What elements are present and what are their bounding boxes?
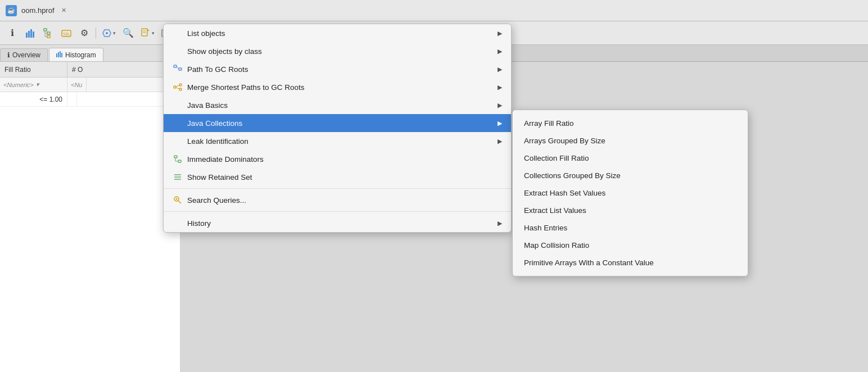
info-button[interactable]: ℹ <box>4 25 20 41</box>
left-panel: ℹ Overview Histogram Fill Ratio # O <Num… <box>0 45 180 372</box>
actions-arrow-icon: ▾ <box>113 30 116 36</box>
immediate-dom-icon <box>173 154 183 164</box>
svg-rect-27 <box>174 65 177 67</box>
svg-point-14 <box>106 32 108 34</box>
menu-item-java-basics[interactable]: Java Basics ▶ <box>164 96 511 114</box>
path-gc-icon <box>173 64 183 74</box>
svg-rect-35 <box>174 156 177 158</box>
table-header: Fill Ratio # O <box>0 62 180 78</box>
create-report-dropdown[interactable]: ▾ <box>138 27 157 39</box>
menu-item-merge-paths[interactable]: Merge Shortest Paths to GC Roots ▶ <box>164 78 511 96</box>
show-objects-icon <box>173 46 183 56</box>
submenu-array-fill-ratio[interactable]: Array Fill Ratio <box>513 115 748 132</box>
submenu-map-collision-ratio[interactable]: Map Collision Ratio <box>513 237 748 254</box>
retained-set-icon <box>173 172 183 182</box>
data-num-objects <box>67 92 77 106</box>
menu-item-history[interactable]: History ▶ <box>164 214 511 232</box>
inspector-button[interactable]: ⚙ <box>76 25 92 41</box>
create-report-arrow-icon: ▾ <box>152 30 155 36</box>
histogram-button[interactable] <box>22 25 38 41</box>
menu-item-show-retained-set[interactable]: Show Retained Set <box>164 168 511 186</box>
menu-separator-2 <box>164 211 511 212</box>
tab-label: oom.hprof <box>21 6 55 15</box>
search-button[interactable]: 🔍 <box>120 25 136 41</box>
menu-history-label: History <box>187 219 211 228</box>
main-menu[interactable]: List objects ▶ Show objects by class ▶ P… <box>163 24 512 233</box>
tab-close-icon[interactable]: ✕ <box>61 7 66 14</box>
menu-list-objects-label: List objects <box>187 29 225 38</box>
submenu-collections-grouped-by-size[interactable]: Collections Grouped By Size <box>513 167 748 184</box>
submenu-primitive-arrays[interactable]: Primitive Arrays With a Constant Value <box>513 254 748 271</box>
leak-id-icon <box>173 136 183 146</box>
svg-rect-36 <box>178 160 181 162</box>
menu-item-search-queries[interactable]: Search Queries... <box>164 191 511 209</box>
svg-rect-2 <box>30 29 32 38</box>
submenu-extract-list-values[interactable]: Extract List Values <box>513 202 748 219</box>
filter-fill-ratio-arrow-icon: ▾ <box>36 81 39 88</box>
java-collections-submenu[interactable]: Array Fill Ratio Arrays Grouped By Size … <box>512 110 748 276</box>
java-basics-arrow-icon: ▶ <box>498 102 502 109</box>
menu-retained-set-label: Show Retained Set <box>187 173 252 182</box>
submenu-hash-entries[interactable]: Hash Entries <box>513 219 748 237</box>
svg-rect-24 <box>58 52 59 57</box>
separator-1 <box>96 28 96 39</box>
svg-rect-3 <box>33 31 34 38</box>
svg-rect-0 <box>26 33 28 38</box>
left-tab-bar: ℹ Overview Histogram <box>0 45 180 62</box>
menu-item-leak-identification[interactable]: Leak Identification ▶ <box>164 132 511 150</box>
svg-point-32 <box>179 88 182 90</box>
tab-histogram[interactable]: Histogram <box>49 48 103 61</box>
svg-rect-5 <box>47 32 50 34</box>
filter-row: <Numeric> ▾ <Nu <box>0 78 180 92</box>
table-row[interactable]: <= 1.00 <box>0 92 180 107</box>
submenu-extract-hash-set-values[interactable]: Extract Hash Set Values <box>513 184 748 202</box>
show-objects-arrow-icon: ▶ <box>498 48 502 55</box>
submenu-hash-entries-label: Hash Entries <box>524 224 567 232</box>
menu-item-show-objects[interactable]: Show objects by class ▶ <box>164 42 511 60</box>
tab-overview[interactable]: ℹ Overview <box>0 48 48 61</box>
submenu-array-fill-ratio-label: Array Fill Ratio <box>524 119 574 128</box>
history-icon <box>173 218 183 228</box>
menu-item-list-objects[interactable]: List objects ▶ <box>164 24 511 42</box>
tab-histogram-label: Histogram <box>65 51 96 59</box>
svg-line-33 <box>176 85 179 87</box>
submenu-extract-hash-set-values-label: Extract Hash Set Values <box>524 189 605 197</box>
menu-item-java-collections[interactable]: Java Collections ▶ Array Fill Ratio Arra… <box>164 114 511 132</box>
submenu-primitive-arrays-label: Primitive Arrays With a Constant Value <box>524 258 654 267</box>
actions-dropdown[interactable]: ▾ <box>100 27 118 39</box>
svg-line-34 <box>176 88 179 89</box>
leak-id-arrow-icon: ▶ <box>498 138 502 145</box>
title-bar: ☕ oom.hprof ✕ <box>0 0 868 21</box>
filter-fill-ratio[interactable]: <Numeric> ▾ <box>0 78 67 92</box>
list-objects-icon <box>173 28 183 38</box>
history-arrow-icon: ▶ <box>498 220 502 227</box>
menu-item-immediate-dominators[interactable]: Immediate Dominators <box>164 150 511 168</box>
search-queries-icon <box>173 195 183 205</box>
svg-rect-28 <box>179 68 182 70</box>
oql-button[interactable]: SQL <box>58 25 74 41</box>
svg-point-31 <box>179 84 182 86</box>
submenu-arrays-grouped-by-size-label: Arrays Grouped By Size <box>524 137 605 145</box>
menu-separator-1 <box>164 188 511 189</box>
svg-rect-4 <box>44 29 47 31</box>
menu-item-path-gc[interactable]: Path To GC Roots ▶ <box>164 60 511 78</box>
col-fill-ratio: Fill Ratio <box>0 62 67 77</box>
java-basics-icon <box>173 100 183 110</box>
submenu-collection-fill-ratio[interactable]: Collection Fill Ratio <box>513 149 748 167</box>
class-hierarchy-button[interactable] <box>40 25 56 41</box>
menu-java-basics-label: Java Basics <box>187 101 228 110</box>
submenu-arrays-grouped-by-size[interactable]: Arrays Grouped By Size <box>513 132 748 149</box>
filter-num-objects[interactable]: <Nu <box>67 78 87 92</box>
menu-immediate-dom-label: Immediate Dominators <box>187 155 264 164</box>
svg-point-30 <box>174 86 176 88</box>
submenu-collection-fill-ratio-label: Collection Fill Ratio <box>524 154 589 162</box>
left-table: Fill Ratio # O <Numeric> ▾ <Nu <= 1.00 <box>0 62 180 372</box>
menu-merge-paths-label: Merge Shortest Paths to GC Roots <box>187 83 305 92</box>
filter-num-objects-text: <Nu <box>71 81 83 88</box>
menu-search-queries-label: Search Queries... <box>187 196 246 205</box>
submenu-collections-grouped-by-size-label: Collections Grouped By Size <box>524 171 621 180</box>
menu-path-gc-label: Path To GC Roots <box>187 65 248 74</box>
list-objects-arrow-icon: ▶ <box>498 30 502 37</box>
histogram-tab-icon <box>56 51 63 59</box>
menu-show-objects-label: Show objects by class <box>187 47 262 56</box>
